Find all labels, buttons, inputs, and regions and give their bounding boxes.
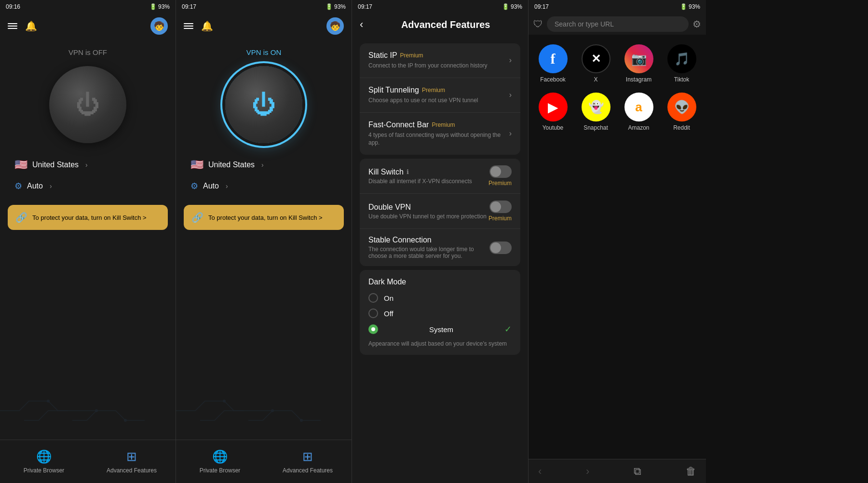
menu-button-1[interactable] — [8, 23, 17, 29]
youtube-icon: ▶ — [539, 93, 568, 121]
grid-icon-2: ⊞ — [302, 449, 313, 464]
nav-advanced-features-2[interactable]: ⊞ Advanced Features — [264, 440, 352, 483]
time-1: 09:16 — [6, 3, 20, 10]
panel-vpn-off: 09:16 🔋 93% 🔔 🧒 VPN is OFF ⏻ 🇺🇸 United S… — [0, 0, 176, 483]
vpn-shield-icon: 🛡 — [533, 19, 543, 30]
split-tunneling-desc: Choose apps to use or not use VPN tunnel — [368, 96, 509, 105]
back-button[interactable]: ‹ — [360, 18, 363, 31]
menu-button-2[interactable] — [184, 23, 193, 29]
location-text-2: United States — [208, 161, 255, 169]
browser-search-bar[interactable]: Search or type URL — [547, 16, 689, 32]
time-4: 09:17 — [534, 3, 549, 10]
nav-private-browser-1[interactable]: 🌐 Private Browser — [0, 440, 88, 483]
notification-bell-1[interactable]: 🔔 — [25, 20, 37, 32]
browser-forward-button[interactable]: › — [586, 465, 589, 478]
dark-mode-title: Dark Mode — [368, 278, 512, 286]
browser-trash-button[interactable]: 🗑 — [686, 465, 696, 478]
stable-connection-toggle[interactable] — [489, 242, 512, 254]
stable-connection-title: Stable Connection — [368, 236, 432, 244]
browser-settings-icon[interactable]: ⚙ — [692, 18, 701, 30]
vpn-status-2: VPN is ON — [176, 48, 352, 56]
fast-connect-title: Fast-Connect Bar — [368, 121, 429, 129]
split-tunneling-item[interactable]: Split Tunneling Premium Choose apps to u… — [360, 78, 520, 113]
time-3: 09:17 — [358, 3, 372, 10]
svg-point-0 — [47, 400, 50, 402]
instagram-icon: 📷 — [624, 44, 653, 73]
stable-connection-desc: The connection would take longer time to… — [368, 246, 489, 259]
double-vpn-premium: Premium — [488, 215, 512, 222]
globe-icon-2: 🌐 — [212, 449, 228, 464]
battery-icon-4: 🔋 — [680, 3, 687, 10]
protocol-row-2[interactable]: ⚙ Auto › — [176, 177, 352, 195]
vpn-power-button-2[interactable]: ⏻ — [225, 66, 302, 143]
protocol-text-2: Auto — [203, 182, 219, 190]
bookmark-youtube[interactable]: ▶ Youtube — [533, 93, 572, 131]
toggles-card: Kill Switch ℹ Disable all internet if X-… — [360, 159, 520, 266]
reddit-label: Reddit — [673, 124, 690, 131]
dark-mode-system-option[interactable]: System ✓ — [368, 324, 512, 335]
ks-text-1: To protect your data, turn on Kill Switc… — [32, 214, 147, 221]
double-vpn-toggle[interactable] — [489, 201, 512, 213]
dark-mode-off-radio[interactable] — [368, 309, 378, 318]
vpn-power-button-1[interactable]: ⏻ — [49, 66, 126, 143]
tiktok-icon: 🎵 — [667, 44, 696, 73]
flag-1: 🇺🇸 — [14, 159, 27, 171]
kill-switch-toggle-item: Kill Switch ℹ Disable all internet if X-… — [360, 159, 520, 194]
dark-mode-on-option[interactable]: On — [368, 293, 512, 303]
protocol-row-1[interactable]: ⚙ Auto › — [0, 177, 176, 195]
dark-mode-system-label: System — [429, 325, 453, 334]
static-ip-desc: Connect to the IP from your connection h… — [368, 62, 509, 70]
protocol-chevron-1: › — [50, 182, 52, 190]
bookmark-x[interactable]: ✕ X — [576, 44, 615, 83]
avatar-1[interactable]: 🧒 — [150, 17, 168, 35]
svg-point-2 — [124, 419, 127, 422]
panel-advanced-features: 09:17 🔋 93% ‹ Advanced Features Static I… — [352, 0, 529, 483]
bottom-nav-2: 🌐 Private Browser ⊞ Advanced Features — [176, 440, 352, 483]
bookmark-amazon[interactable]: a Amazon — [619, 93, 658, 131]
svg-point-3 — [223, 400, 226, 402]
bookmark-snapchat[interactable]: 👻 Snapchat — [576, 93, 615, 131]
grid-icon-1: ⊞ — [126, 449, 137, 464]
battery-4: 🔋 93% — [680, 3, 700, 10]
static-ip-item[interactable]: Static IP Premium Connect to the IP from… — [360, 43, 520, 78]
nav-label-browser-1: Private Browser — [24, 467, 65, 474]
time-2: 09:17 — [182, 3, 196, 10]
ks-icon-2: 🔗 — [191, 212, 203, 223]
bookmark-reddit[interactable]: 👽 Reddit — [662, 93, 701, 131]
adv-content: Static IP Premium Connect to the IP from… — [352, 36, 528, 483]
vpn-status-1: VPN is OFF — [0, 48, 176, 56]
vpn-button-container-2: ⏻ — [176, 66, 352, 143]
bookmark-tiktok[interactable]: 🎵 Tiktok — [662, 44, 701, 83]
double-vpn-desc: Use double VPN tunnel to get more protec… — [368, 213, 488, 220]
vpn-button-container-1: ⏻ — [0, 66, 176, 143]
kill-switch-banner-2[interactable]: 🔗 To protect your data, turn on Kill Swi… — [184, 205, 344, 230]
location-row-1[interactable]: 🇺🇸 United States › — [0, 153, 176, 177]
battery-3: 🔋 93% — [502, 3, 522, 10]
nav-private-browser-2[interactable]: 🌐 Private Browser — [176, 440, 264, 483]
dark-mode-system-radio[interactable] — [368, 324, 378, 334]
dark-mode-on-radio[interactable] — [368, 293, 378, 303]
youtube-label: Youtube — [542, 124, 564, 131]
dark-mode-off-option[interactable]: Off — [368, 309, 512, 318]
notification-bell-2[interactable]: 🔔 — [201, 20, 213, 32]
nav-advanced-features-1[interactable]: ⊞ Advanced Features — [88, 440, 176, 483]
bookmark-instagram[interactable]: 📷 Instagram — [619, 44, 658, 83]
browser-bottom-bar: ‹ › ⧉ 🗑 — [529, 459, 706, 483]
location-row-2[interactable]: 🇺🇸 United States › — [176, 153, 352, 177]
adv-title: Advanced Features — [371, 19, 520, 30]
browser-back-button[interactable]: ‹ — [538, 465, 542, 478]
x-label: X — [594, 76, 597, 83]
power-icon-1: ⏻ — [76, 91, 100, 119]
browser-copy-button[interactable]: ⧉ — [634, 465, 641, 478]
bookmarks-row-1: f Facebook ✕ X 📷 Instagram 🎵 Ti — [533, 44, 701, 83]
fast-connect-item[interactable]: Fast-Connect Bar Premium 4 types of fast… — [360, 113, 520, 155]
bookmark-facebook[interactable]: f Facebook — [533, 44, 572, 83]
battery-2: 🔋 93% — [326, 3, 346, 10]
panel-vpn-on: 09:17 🔋 93% 🔔 🧒 VPN is ON ⏻ 🇺🇸 United St… — [176, 0, 352, 483]
kill-switch-toggle[interactable] — [489, 165, 512, 178]
snapchat-icon: 👻 — [582, 93, 610, 121]
avatar-2[interactable]: 🧒 — [326, 17, 344, 35]
status-bar-2: 09:17 🔋 93% — [176, 0, 352, 13]
kill-switch-banner-1[interactable]: 🔗 To protect your data, turn on Kill Swi… — [8, 205, 168, 230]
dark-mode-card: Dark Mode On Off System ✓ Appearance wil… — [360, 270, 520, 355]
